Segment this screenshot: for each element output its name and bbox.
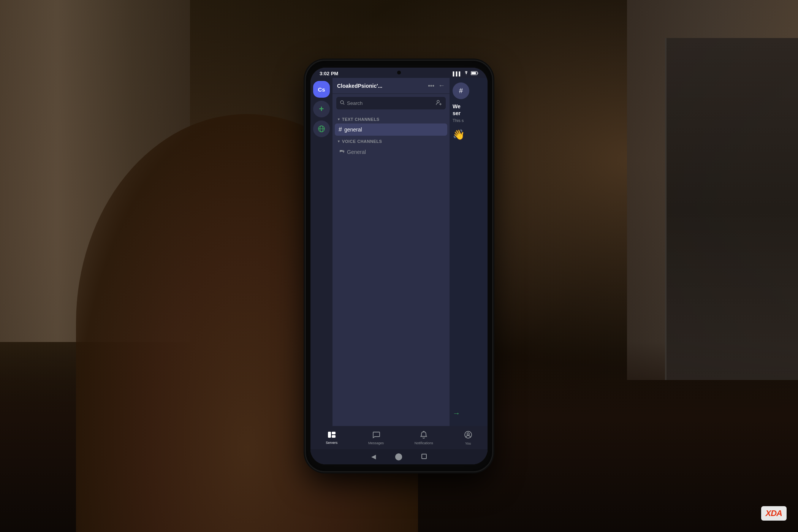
voice-channel-icon	[339, 148, 345, 156]
add-member-icon[interactable]	[436, 100, 442, 107]
more-options-icon[interactable]: •••	[428, 82, 434, 89]
svg-rect-11	[328, 432, 331, 438]
phone-screen: 3:02 PM ▌▌▌	[310, 68, 488, 464]
svg-rect-12	[332, 432, 336, 434]
nav-you-label: You	[465, 442, 471, 445]
bottom-nav: Servers Messages	[310, 426, 488, 449]
add-server-button[interactable]: +	[313, 101, 330, 117]
android-nav-bar: ◀ ⬤	[310, 449, 488, 464]
xda-watermark: XDA	[761, 506, 787, 521]
channel-name-general: general	[344, 127, 362, 133]
text-channel-hash-icon: #	[339, 126, 342, 133]
nav-you-icon	[464, 431, 472, 441]
channel-header: CloakedPsionic'... ••• ←	[332, 78, 450, 94]
channel-general-voice[interactable]: General	[335, 146, 447, 158]
svg-point-6	[340, 101, 344, 104]
status-time: 3:02 PM	[320, 71, 338, 76]
welcome-hash-badge: #	[453, 82, 469, 99]
svg-rect-1	[478, 73, 478, 74]
phone-container: 3:02 PM ▌▌▌	[306, 61, 492, 471]
partial-forward-arrow[interactable]: →	[453, 409, 484, 418]
voice-channels-label: Voice Channels	[342, 139, 382, 144]
voice-channels-arrow: ▼	[337, 139, 340, 143]
nav-servers-label: Servers	[326, 441, 337, 445]
text-channels-arrow: ▼	[337, 117, 340, 121]
channel-panel: CloakedPsionic'... ••• ←	[332, 78, 450, 426]
status-icons: ▌▌▌	[453, 71, 478, 76]
phone-frame: 3:02 PM ▌▌▌	[306, 61, 492, 471]
nav-messages-label: Messages	[368, 441, 384, 445]
channel-list: ▼ Text Channels # general ▼	[332, 112, 450, 426]
text-channels-label: Text Channels	[342, 117, 380, 122]
bg-door	[665, 38, 798, 380]
nav-notifications[interactable]: Notifications	[410, 429, 438, 446]
explore-button[interactable]	[313, 120, 330, 137]
front-camera	[397, 71, 401, 74]
server-icon-cs[interactable]: Cs	[313, 81, 330, 98]
search-bar[interactable]: Search	[336, 97, 446, 109]
partial-right-panel: # Weser This s 👋 →	[450, 78, 488, 426]
nav-servers-icon	[328, 431, 336, 440]
svg-point-8	[437, 100, 439, 103]
nav-servers[interactable]: Servers	[321, 430, 342, 446]
header-icons: ••• ←	[428, 82, 445, 90]
partial-emoji: 👋	[453, 129, 484, 141]
android-recents-button[interactable]	[421, 454, 427, 459]
text-channels-category[interactable]: ▼ Text Channels	[332, 114, 450, 123]
nav-messages[interactable]: Messages	[364, 429, 388, 446]
nav-notifications-label: Notifications	[415, 441, 433, 445]
discord-layout: Cs +	[310, 78, 488, 426]
battery-icon	[471, 71, 478, 76]
voice-channels-category[interactable]: ▼ Voice Channels	[332, 136, 450, 145]
wifi-icon	[464, 71, 469, 76]
xda-logo: XDA	[766, 508, 782, 518]
android-home-button[interactable]: ⬤	[395, 452, 402, 461]
svg-point-14	[423, 431, 424, 432]
nav-you[interactable]: You	[459, 429, 477, 447]
svg-rect-2	[472, 72, 476, 74]
partial-welcome: Weser	[453, 103, 484, 117]
voice-channel-name-general: General	[347, 149, 366, 155]
signal-icon: ▌▌▌	[453, 71, 462, 76]
android-back-button[interactable]: ◀	[371, 453, 376, 460]
nav-messages-icon	[372, 431, 380, 440]
sidebar-rail: Cs +	[310, 78, 332, 426]
channel-general-text[interactable]: # general	[335, 124, 447, 136]
back-arrow-icon[interactable]: ←	[438, 82, 445, 90]
nav-notifications-icon	[420, 431, 427, 440]
discord-app: Cs +	[310, 78, 488, 464]
search-icon	[340, 100, 345, 106]
search-placeholder: Search	[347, 100, 434, 106]
svg-line-7	[344, 104, 345, 105]
server-name: CloakedPsionic'...	[337, 83, 428, 89]
partial-desc: This s	[453, 118, 484, 123]
svg-point-16	[467, 433, 469, 435]
svg-rect-13	[332, 435, 336, 438]
